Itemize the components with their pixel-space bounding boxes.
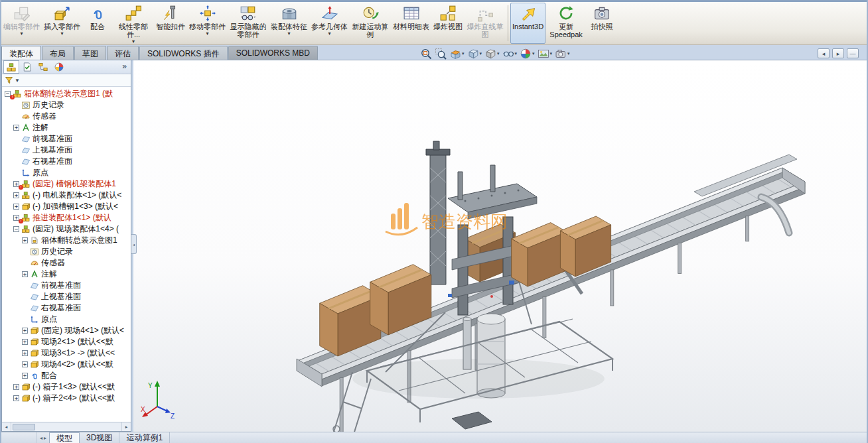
toolbar-button-explode-line[interactable]: 爆炸直线草图 bbox=[465, 3, 506, 44]
view-toolbar-button-display-style[interactable]: ▾ bbox=[484, 47, 500, 60]
toolbar-button-insert-component[interactable]: 插入零部件▾ bbox=[42, 3, 82, 44]
tree-item[interactable]: +(-) 箱子1<3> (默认<<默 bbox=[2, 381, 131, 393]
toolbar-button-mate[interactable]: 配合 bbox=[82, 3, 113, 44]
toolbar-button-assembly-features[interactable]: 装配体特征▾ bbox=[269, 3, 309, 44]
tree-item[interactable]: +箱体翻转总装示意图1 bbox=[2, 235, 131, 246]
tree-item[interactable]: +(-) 电机装配体<1> (默认< bbox=[2, 190, 131, 201]
view-orientation-icon-wrap bbox=[467, 48, 479, 60]
toolbar-button-linear-pattern[interactable]: 线性零部件...▾ bbox=[113, 3, 154, 44]
tree-item[interactable]: 历史记录 bbox=[2, 99, 131, 111]
view-toolbar-button-section-view[interactable]: ▾ bbox=[449, 47, 465, 60]
commandmanager-tab-3[interactable]: 评估 bbox=[107, 46, 139, 60]
commandmanager-tab-1[interactable]: 布局 bbox=[42, 46, 74, 60]
expander-plus-icon[interactable]: + bbox=[22, 271, 28, 277]
button-pane-left[interactable]: ◂ bbox=[818, 48, 830, 58]
view-toolbar-button-zoom-fit[interactable] bbox=[419, 47, 433, 60]
toolbar-button-show-hidden[interactable]: 显示隐藏的零部件 bbox=[228, 3, 269, 44]
toolbar-button-edit-component[interactable]: 编辑零部件▾ bbox=[1, 3, 42, 44]
funnel-icon bbox=[5, 76, 13, 85]
status-tab[interactable]: 模型 bbox=[49, 432, 80, 443]
expander-plus-icon[interactable]: + bbox=[13, 192, 19, 198]
view-toolbar-button-edit-appearance[interactable]: ▾ bbox=[519, 47, 536, 60]
tree-item[interactable]: +(-) 箱子2<4> (默认<<默 bbox=[2, 393, 131, 404]
panel-tab-propertymanager[interactable] bbox=[19, 60, 35, 74]
tree-item[interactable]: +!(固定) 槽钢机架装配体1 bbox=[2, 178, 131, 190]
commandmanager-tab-5[interactable]: SOLIDWORKS MBD bbox=[228, 46, 318, 60]
tree-item[interactable]: 右视基准面 bbox=[2, 302, 131, 314]
toolbar-button-snapshot[interactable]: 拍快照 bbox=[587, 3, 617, 44]
tree-item[interactable]: +(-) 加强槽钢1<3> (默认< bbox=[2, 201, 131, 212]
toolbar-button-reference-geometry[interactable]: 参考几何体▾ bbox=[309, 3, 350, 44]
tree-item[interactable]: −!箱体翻转总装示意图1 (默 bbox=[2, 88, 131, 99]
expander-plus-icon[interactable]: + bbox=[22, 361, 28, 367]
tree-item[interactable]: 传感器 bbox=[2, 257, 131, 269]
commandmanager-tab-0[interactable]: 装配体 bbox=[1, 46, 41, 60]
tree-item[interactable]: 上视基准面 bbox=[2, 291, 131, 302]
panel-expand-button[interactable]: » bbox=[122, 60, 131, 74]
tree-item[interactable]: +现场2<1> (默认<<默 bbox=[2, 336, 131, 348]
tree-item[interactable]: 前视基准面 bbox=[2, 133, 131, 145]
expander-plus-icon[interactable]: + bbox=[22, 350, 28, 356]
tree-item[interactable]: +注解 bbox=[2, 269, 131, 280]
asm-icon-wrap bbox=[21, 191, 31, 200]
tree-item[interactable]: 传感器 bbox=[2, 111, 131, 122]
tree-item[interactable]: +!推进装配体1<1> (默认 bbox=[2, 212, 131, 223]
filter-dropdown-arrow-icon[interactable]: ▼ bbox=[15, 78, 20, 84]
toolbar-button-bom[interactable]: 材料明细表 bbox=[391, 3, 431, 44]
panel-tab-featuremanager[interactable] bbox=[3, 60, 19, 74]
panel-tab-displaymanager[interactable] bbox=[51, 60, 67, 74]
move-component-icon bbox=[199, 5, 216, 22]
tree-item[interactable]: 上视基准面 bbox=[2, 145, 131, 156]
panel-collapse-handle[interactable]: ◂ bbox=[131, 234, 137, 254]
view-toolbar-button-view-settings[interactable]: ▾ bbox=[554, 47, 571, 60]
button-pane-right[interactable]: ▸ bbox=[832, 48, 844, 58]
expander-plus-icon[interactable]: + bbox=[13, 204, 19, 210]
tree-item[interactable]: +注解 bbox=[2, 122, 131, 133]
view-toolbar-button-view-orientation[interactable]: ▾ bbox=[467, 47, 483, 60]
status-tab[interactable]: 运动算例1 bbox=[119, 432, 170, 443]
tree-filter-bar[interactable]: ▼ bbox=[2, 74, 131, 87]
expander-minus-icon[interactable]: − bbox=[13, 226, 19, 232]
tree-item[interactable]: 原点 bbox=[2, 314, 131, 325]
expander-plus-icon[interactable]: + bbox=[22, 339, 28, 345]
panel-tab-configurations[interactable] bbox=[35, 60, 51, 74]
expander-plus-icon[interactable]: + bbox=[13, 395, 19, 401]
scroll-left-button[interactable]: ◂ bbox=[2, 422, 11, 431]
tree-item[interactable]: 右视基准面 bbox=[2, 156, 131, 167]
toolbar-button-motion-study[interactable]: 新建运动算例 bbox=[350, 3, 391, 44]
status-tab[interactable]: 3D视图 bbox=[80, 432, 119, 443]
toolbar-button-smart-fasteners[interactable]: 智能扣件 bbox=[154, 3, 187, 44]
expander-plus-icon[interactable]: + bbox=[13, 384, 19, 390]
expander-plus-icon[interactable]: + bbox=[13, 125, 19, 131]
commandmanager-tab-4[interactable]: SOLIDWORKS 插件 bbox=[139, 46, 228, 60]
view-toolbar-button-apply-scene[interactable]: ▾ bbox=[537, 47, 553, 60]
expander-plus-icon[interactable]: + bbox=[22, 328, 28, 334]
tree-item[interactable]: 前视基准面 bbox=[2, 280, 131, 291]
view-toolbar-button-zoom-area[interactable] bbox=[434, 47, 447, 60]
view-toolbar-button-hide-show-items[interactable]: ▾ bbox=[502, 47, 518, 60]
graphics-area[interactable]: 智造资料网 Y X Z bbox=[133, 60, 868, 432]
tree-item[interactable]: +(固定) 现场4<1> (默认< bbox=[2, 325, 131, 336]
scroll-thumb[interactable] bbox=[13, 424, 35, 430]
toolbar-button-move-component[interactable]: 移动零部件▾ bbox=[187, 3, 228, 44]
toolbar-button-exploded-view[interactable]: 爆炸视图 bbox=[431, 3, 465, 44]
apply-scene-icon-wrap bbox=[538, 48, 549, 60]
panel-hscrollbar[interactable]: ◂ ▸ bbox=[2, 422, 131, 431]
toolbar-button-speedpak[interactable]: 更新Speedpak bbox=[545, 3, 587, 44]
button-minimize[interactable]: — bbox=[847, 48, 859, 58]
toolbar-button-instant3d[interactable]: Instant3D bbox=[510, 3, 545, 44]
scroll-right-button[interactable]: ▸ bbox=[121, 422, 131, 431]
tree-item[interactable]: +配合 bbox=[2, 370, 131, 381]
tree-item[interactable]: 历史记录 bbox=[2, 246, 131, 257]
tree-item[interactable]: 原点 bbox=[2, 167, 131, 178]
tree-item[interactable]: +现场4<2> (默认<<默 bbox=[2, 359, 131, 370]
commandmanager-tab-2[interactable]: 草图 bbox=[74, 46, 106, 60]
scroll-left-icon[interactable]: ◂ bbox=[40, 435, 42, 441]
origin-icon bbox=[21, 168, 31, 177]
expander-spacer bbox=[22, 260, 28, 266]
scroll-right-icon[interactable]: ▸ bbox=[44, 435, 46, 441]
expander-plus-icon[interactable]: + bbox=[22, 373, 28, 379]
tree-item[interactable]: +现场3<1> -> (默认<< bbox=[2, 348, 131, 359]
expander-plus-icon[interactable]: + bbox=[22, 237, 28, 243]
tree-item[interactable]: −(固定) 现场装配体1<4> ( bbox=[2, 223, 131, 235]
